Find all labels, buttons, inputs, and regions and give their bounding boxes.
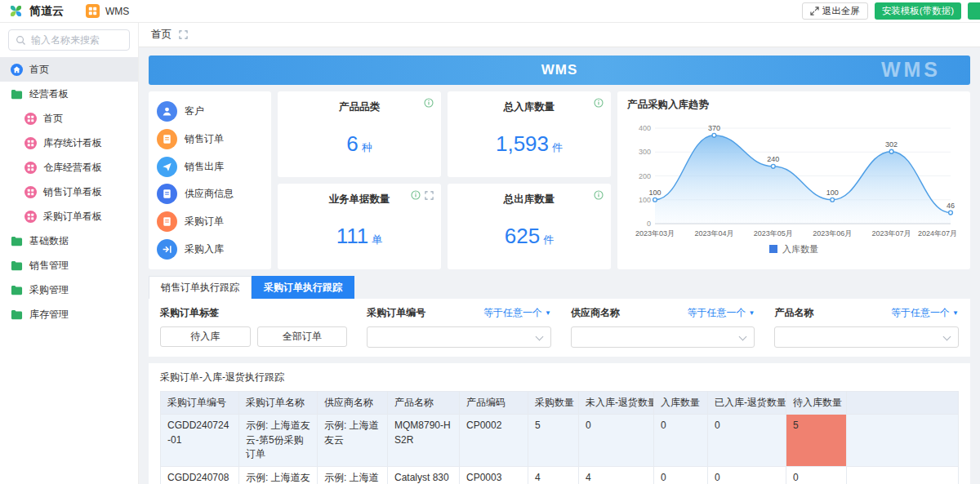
search-icon [16,35,26,46]
caret-down-icon: ▼ [952,310,959,317]
info-icon[interactable] [424,98,434,108]
quick-link-purchase-inbound[interactable]: 采购入库 [157,239,263,260]
quick-link-purchase-order[interactable]: 采购订单 [157,211,263,232]
search-input[interactable] [31,34,122,46]
page-tab-home[interactable]: 首页 [151,28,172,42]
info-icon[interactable] [594,190,604,200]
stat-card-total-inbound: 总入库数量 1,593件 [448,91,611,177]
cell-order-no: CGDD240708-01 [161,466,239,484]
filter-label: 采购订单标签 [160,306,219,320]
column-header[interactable]: 采购订单编号 [161,392,239,415]
banner-watermark: WMS [881,58,941,82]
tag-pending-inbound-button[interactable]: 待入库 [160,326,251,347]
supplier-select[interactable] [571,326,755,348]
quick-link-sales-outbound[interactable]: 销售出库 [157,157,263,177]
sidebar-item-label: 采购订单看板 [43,210,102,224]
stat-card-document-count: 业务单据数量 111单 [278,184,441,269]
sidebar-item-business-boards[interactable]: 经营看板 [0,82,138,106]
sidebar-item-warehouse-board[interactable]: 仓库经营看板 [0,155,138,180]
caret-down-icon: ▼ [545,310,551,317]
tracking-table-panel: 采购订单-入库-退货执行跟踪 采购订单编号 采购订单名称 供应商名称 产品名称 … [149,363,970,484]
stat-cards: 产品品类 6种 总入库数量 1,593件 业务单据数量 [278,91,611,269]
info-icon[interactable] [411,190,421,200]
sidebar-item-base-data[interactable]: 基础数据 [0,229,138,253]
tag-all-orders-button[interactable]: 全部订单 [257,326,348,347]
install-template-button[interactable]: 安装模板(带数据) [875,2,961,20]
svg-text:300: 300 [639,148,651,156]
tracking-tabs: 销售订单执行跟踪 采购订单执行跟踪 [149,276,970,299]
quick-link-customer[interactable]: 客户 [157,101,263,122]
cell-inbound: 0 [654,466,708,484]
info-icon[interactable] [594,98,604,108]
stat-title: 总入库数量 [448,100,611,114]
table-row[interactable]: CGDD240708-01 示例: 上海道友云-第4份采购订单 示例: 上海道友… [161,466,959,484]
cell-supplier: 示例: 上海道友云 [318,415,388,466]
column-header[interactable]: 入库数量 [654,392,708,415]
dashboard-icon [24,162,37,174]
tab-sales-order-tracking[interactable]: 销售订单执行跟踪 [149,276,252,299]
sidebar-item-sales-order-board[interactable]: 销售订单看板 [0,180,138,204]
sidebar-item-label: 库存管理 [29,308,69,322]
sidebar-item-label: 销售管理 [29,259,69,273]
legend-label: 入库数量 [782,243,818,255]
chevron-down-icon [943,333,951,341]
sidebar-item-inventory-stats-board[interactable]: 库存统计看板 [0,131,138,155]
svg-text:0: 0 [647,220,651,228]
cell-filler [847,466,959,484]
column-header[interactable]: 产品编码 [460,392,528,415]
quick-link-supplier-info[interactable]: 供应商信息 [157,184,263,204]
exit-fullscreen-button[interactable]: 退出全屏 [802,2,868,20]
svg-text:370: 370 [708,124,720,132]
svg-text:2023年05月: 2023年05月 [754,229,793,238]
cell-not-inbound: 4 [579,466,654,484]
use-template-button[interactable] [968,2,980,20]
page-fullscreen-icon[interactable] [179,30,188,39]
product-select[interactable] [774,326,959,348]
sidebar-item-inventory-management[interactable]: 库存管理 [0,302,138,326]
sidebar-item-sales-management[interactable]: 销售管理 [0,253,138,278]
cell-product: Catalyst 8300 [388,466,460,484]
operator-dropdown[interactable]: 等于任意一个▼ [688,306,755,320]
cell-qty: 4 [528,466,579,484]
cell-pending-highlight: 5 [786,415,847,466]
column-header[interactable]: 采购订单名称 [239,392,318,415]
legend-swatch [769,245,777,253]
logo-text: 简道云 [29,4,64,19]
dashboard-banner: WMS WMS [149,56,970,85]
operator-dropdown[interactable]: 等于任意一个▼ [483,306,551,320]
column-header[interactable]: 待入库数量 [786,392,847,415]
quick-link-label: 客户 [185,104,204,118]
quick-link-sales-order[interactable]: 销售订单 [157,129,263,149]
column-header[interactable]: 已入库-退货数量 [708,392,786,415]
cell-order-name: 示例: 上海道友云-第5份采购订单 [239,415,318,466]
tab-purchase-order-tracking[interactable]: 采购订单执行跟踪 [252,276,354,299]
filter-label: 产品名称 [774,306,813,320]
sidebar-item-label: 首页 [43,112,63,126]
svg-text:2024年07月: 2024年07月 [918,229,957,238]
app-layout: 首页 经营看板 首页 库存统计看板 仓库经营看板 销售订单看板 [0,23,980,484]
cell-product: MQM8790-HS2R [388,415,460,466]
table-row[interactable]: CGDD240724-01 示例: 上海道友云-第5份采购订单 示例: 上海道友… [161,415,959,466]
column-header[interactable]: 产品名称 [388,392,460,415]
operator-dropdown[interactable]: 等于任意一个▼ [891,306,959,320]
sidebar: 首页 经营看板 首页 库存统计看板 仓库经营看板 销售订单看板 [0,23,139,484]
sidebar-search[interactable] [8,29,130,51]
sidebar-item-home-dashboard[interactable]: 首页 [0,106,138,131]
order-no-select[interactable] [367,326,551,348]
cell-not-inbound: 0 [579,415,654,466]
sidebar-item-purchase-management[interactable]: 采购管理 [0,278,138,302]
column-header-filler [847,392,959,415]
column-header[interactable]: 采购数量 [528,392,579,415]
main-area: 首页 WMS WMS 客户 销售订单 [139,23,980,484]
quick-link-label: 采购订单 [185,215,224,229]
sidebar-item-home[interactable]: 首页 [0,57,138,82]
column-header[interactable]: 供应商名称 [318,392,388,415]
expand-icon[interactable] [425,191,434,200]
svg-text:400: 400 [639,124,651,132]
sidebar-item-purchase-order-board[interactable]: 采购订单看板 [0,204,138,229]
filter-label: 采购订单编号 [367,306,425,320]
column-header[interactable]: 未入库-退货数量 [579,392,654,415]
cell-qty: 5 [528,415,579,466]
svg-text:46: 46 [947,202,955,210]
chart-legend[interactable]: 入库数量 [627,242,960,256]
